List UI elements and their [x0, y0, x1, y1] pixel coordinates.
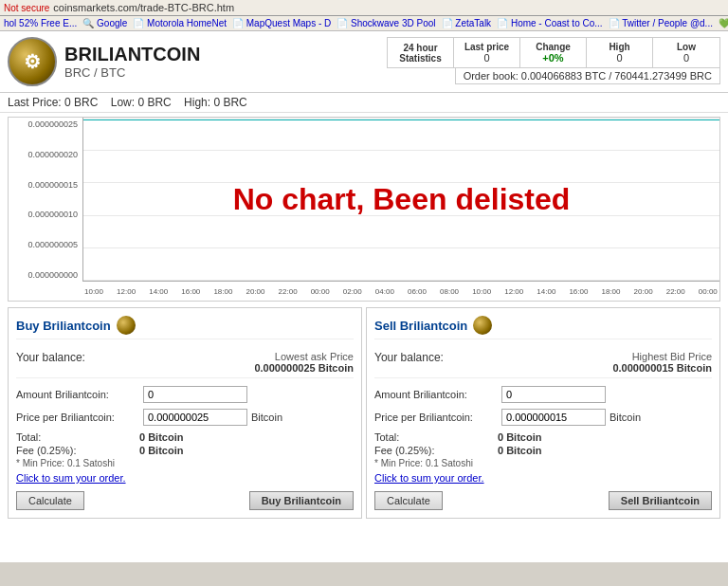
last-price-text: Last Price: 0 BRC — [8, 96, 98, 109]
sell-panel-buttons: Calculate Sell Briliantcoin — [374, 491, 712, 510]
sell-fee-label: Fee (0.25%): — [374, 445, 498, 456]
buy-amount-row: Amount Briliantcoin: — [16, 386, 354, 403]
order-book-bar: Order book: 0.004066883 BTC / 760441.273… — [455, 68, 720, 84]
buy-min-price-note: * Min Price: 0.1 Satoshi — [16, 458, 354, 468]
stat-24hour: 24 hour Statistics — [388, 38, 454, 67]
sell-panel: Sell Briliantcoin Your balance: Highest … — [366, 307, 720, 519]
x-label-5: 20:00 — [246, 287, 264, 296]
sell-total-label: Total: — [374, 431, 498, 443]
buy-amount-input[interactable] — [143, 386, 247, 403]
coin-logo: ⚙ — [8, 37, 57, 86]
stat-last-price-value: 0 — [464, 52, 510, 64]
buy-price-unit: Bitcoin — [251, 412, 282, 423]
chart-container: 0.000000025 0.000000020 0.000000015 0.00… — [8, 117, 720, 302]
sell-price-input[interactable] — [501, 409, 606, 426]
page: ⚙ BRILIANTCOIN BRC / BTC 24 hour Statist… — [0, 31, 728, 562]
buy-panel: Buy Briliantcoin Your balance: Lowest as… — [8, 307, 362, 519]
buy-action-button[interactable]: Buy Briliantcoin — [249, 491, 354, 510]
sell-panel-header: Sell Briliantcoin — [374, 316, 712, 339]
order-book-text: Order book: 0.004066883 BTC / 760441.273… — [464, 70, 712, 82]
stat-change-label: Change — [530, 42, 576, 52]
buy-lowest-ask-label: Lowest ask Price — [254, 351, 354, 362]
x-label-17: 20:00 — [634, 287, 653, 296]
sell-click-sum[interactable]: Click to sum your order. — [374, 472, 712, 484]
not-secure-label: Not secure — [4, 3, 49, 13]
stat-low-value: 0 — [663, 52, 710, 64]
stat-low-label: Low — [663, 42, 710, 52]
sell-balance-row: Your balance: Highest Bid Price 0.000000… — [374, 347, 712, 378]
x-label-11: 08:00 — [440, 287, 459, 296]
sell-calculate-button[interactable]: Calculate — [374, 491, 443, 510]
x-label-19: 00:00 — [699, 287, 718, 296]
bookmark-motorola[interactable]: 📄 Motorola HomeNet — [133, 18, 227, 28]
chart-area: No chart, Been delisted — [82, 118, 719, 282]
header: ⚙ BRILIANTCOIN BRC / BTC 24 hour Statist… — [0, 31, 728, 93]
x-label-6: 22:00 — [279, 287, 298, 296]
stat-change-value: +0% — [530, 52, 576, 64]
bookmarks-bar: hol 52% Free E... 🔍 Google 📄 Motorola Ho… — [0, 16, 728, 31]
sell-amount-row: Amount Briliantcoin: — [374, 386, 712, 403]
buy-lowest-ask-value: 0.000000025 Bitcoin — [254, 362, 354, 374]
buy-price-row: Price per Briliantcoin: Bitcoin — [16, 409, 354, 426]
bookmark-idyo[interactable]: 💚 id yo — [719, 18, 728, 28]
sell-total-value: 0 Bitcoin — [498, 431, 541, 443]
sell-highest-bid-label: Highest Bid Price — [612, 351, 712, 362]
sell-amount-input[interactable] — [501, 386, 606, 403]
bookmark-twitter[interactable]: 📄 Twitter / People @d... — [609, 18, 713, 28]
y-label-2: 0.000000015 — [10, 180, 81, 190]
buy-balance-label: Your balance: — [16, 351, 85, 364]
sell-action-button[interactable]: Sell Briliantcoin — [609, 491, 712, 510]
x-label-9: 04:00 — [375, 287, 394, 296]
sell-price-label: Price per Briliantcoin: — [374, 412, 498, 423]
sell-total-row: Total: 0 Bitcoin — [374, 431, 712, 443]
buy-price-label: Price per Briliantcoin: — [16, 412, 139, 423]
chart-delisted-message: No chart, Been delisted — [233, 182, 571, 217]
buy-fee-row: Fee (0.25%): 0 Bitcoin — [16, 445, 354, 456]
bookmark-zetatalk[interactable]: 📄 ZetaTalk — [442, 18, 492, 28]
x-label-4: 18:00 — [213, 287, 232, 296]
x-label-14: 14:00 — [537, 287, 555, 296]
coin-pair: BRC / BTC — [64, 65, 200, 80]
y-label-1: 0.000000020 — [10, 150, 81, 159]
bookmark-shockwave[interactable]: 📄 Shockwave 3D Pool — [337, 18, 435, 28]
sell-balance-label: Your balance: — [374, 351, 444, 364]
browser-bar: Not secure coinsmarkets.com/trade-BTC-BR… — [0, 0, 728, 16]
sell-fee-value: 0 Bitcoin — [498, 445, 541, 456]
buy-price-info: Lowest ask Price 0.000000025 Bitcoin — [254, 351, 354, 374]
buy-calculate-button[interactable]: Calculate — [16, 491, 84, 510]
buy-price-input[interactable] — [143, 409, 247, 426]
sell-fee-row: Fee (0.25%): 0 Bitcoin — [374, 445, 712, 456]
buy-coin-icon — [117, 316, 136, 335]
x-label-1: 12:00 — [117, 287, 136, 296]
buy-total-row: Total: 0 Bitcoin — [16, 431, 354, 443]
sell-price-unit: Bitcoin — [610, 412, 641, 423]
buy-balance-row: Your balance: Lowest ask Price 0.0000000… — [16, 347, 354, 378]
x-label-0: 10:00 — [84, 287, 103, 296]
stat-24hour-label: 24 hour — [397, 43, 444, 53]
buy-total-label: Total: — [16, 431, 139, 443]
x-label-16: 18:00 — [602, 287, 621, 296]
stat-last-price-label: Last price — [464, 42, 510, 52]
bookmark-mapquest[interactable]: 📄 MapQuest Maps - D — [232, 18, 331, 28]
bookmark-home[interactable]: 📄 Home - Coast to Co... — [497, 18, 602, 28]
sell-price-row: Price per Briliantcoin: Bitcoin — [374, 409, 712, 426]
stats-box: 24 hour Statistics Last price 0 Change +… — [387, 37, 720, 68]
sell-price-info: Highest Bid Price 0.000000015 Bitcoin — [612, 351, 712, 374]
x-label-13: 12:00 — [504, 287, 523, 296]
stat-low: Low 0 — [653, 38, 719, 67]
x-label-12: 10:00 — [472, 287, 491, 296]
grid-line-2 — [83, 150, 719, 151]
sell-panel-title: Sell Briliantcoin — [374, 319, 467, 333]
x-label-2: 14:00 — [149, 287, 168, 296]
logo-letter: ⚙ — [24, 50, 41, 73]
buy-panel-buttons: Calculate Buy Briliantcoin — [16, 491, 354, 510]
url-bar[interactable]: coinsmarkets.com/trade-BTC-BRC.htm — [53, 2, 234, 13]
bookmark-google[interactable]: 🔍 Google — [82, 18, 127, 28]
low-price-text: Low: 0 BRC — [111, 96, 172, 109]
x-label-15: 16:00 — [569, 287, 588, 296]
bookmark-1[interactable]: hol 52% Free E... — [4, 18, 77, 28]
buy-panel-title: Buy Briliantcoin — [16, 319, 111, 333]
y-label-3: 0.000000010 — [10, 210, 81, 219]
buy-click-sum[interactable]: Click to sum your order. — [16, 472, 354, 484]
x-label-3: 16:00 — [181, 287, 200, 296]
